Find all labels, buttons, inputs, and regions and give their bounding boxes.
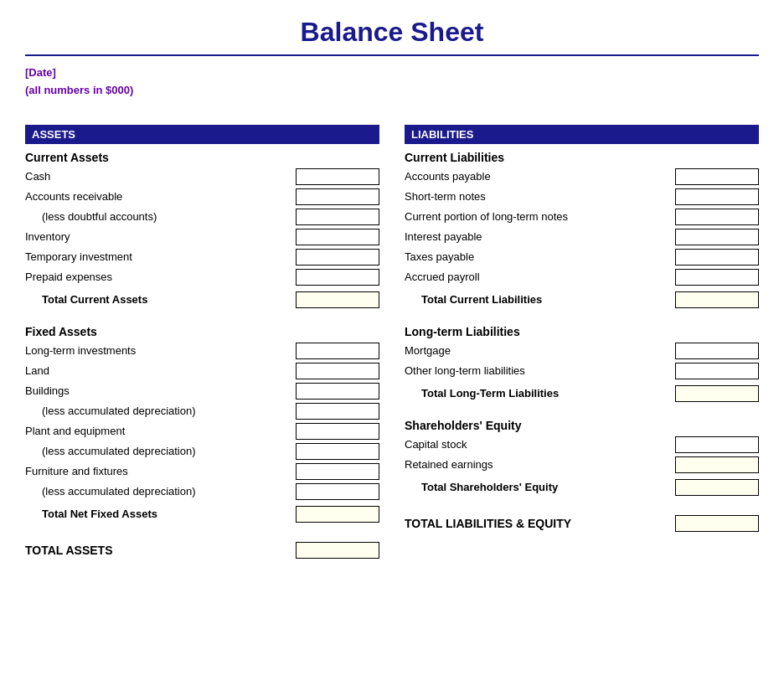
total-current-assets-label: Total Current Assets [25, 293, 296, 306]
temporary-investment-input[interactable] [296, 249, 379, 266]
total-current-liabilities-input[interactable] [675, 291, 759, 308]
total-shareholders-equity-input[interactable] [675, 479, 759, 496]
list-item: Land [25, 362, 379, 380]
other-longterm-liabilities-input[interactable] [675, 363, 759, 379]
furniture-fixtures-label: Furniture and fixtures [25, 465, 296, 477]
retained-earnings-input[interactable] [675, 456, 759, 473]
less-doubtful-label: (less doubtful accounts) [25, 210, 296, 223]
liabilities-header: LIABILITIES [405, 125, 759, 144]
less-accum-dep-buildings-label: (less accumulated depreciation) [25, 405, 296, 417]
list-item: Furniture and fixtures [25, 462, 379, 481]
list-item: Accounts payable [405, 168, 759, 186]
liabilities-column: LIABILITIES Current Liabilities Accounts… [405, 125, 759, 561]
total-longterm-liabilities-label: Total Long-Term Liabilities [405, 387, 675, 400]
total-shareholders-equity-label: Total Shareholders' Equity [405, 481, 675, 493]
list-item: Interest payable [405, 228, 759, 246]
total-net-fixed-assets-input[interactable] [296, 506, 379, 523]
accounts-receivable-input[interactable] [296, 188, 379, 205]
total-longterm-liabilities-input[interactable] [675, 385, 759, 402]
taxes-payable-label: Taxes payable [405, 250, 675, 263]
list-item: Mortgage [405, 342, 759, 360]
total-liabilities-equity-row: TOTAL LIABILITIES & EQUITY [405, 513, 759, 534]
total-assets-row: TOTAL ASSETS [25, 539, 379, 561]
date-line1: [Date] [25, 64, 759, 82]
total-current-liabilities-label: Total Current Liabilities [405, 293, 675, 306]
buildings-input[interactable] [296, 383, 379, 400]
list-item: Taxes payable [405, 248, 759, 266]
total-assets-input[interactable] [296, 542, 379, 559]
list-item: Buildings [25, 382, 379, 400]
list-item: (less accumulated depreciation) [25, 402, 379, 420]
accounts-payable-input[interactable] [675, 168, 759, 185]
total-current-assets-input[interactable] [296, 291, 379, 308]
longterm-investments-input[interactable] [296, 343, 379, 359]
short-term-notes-label: Short-term notes [405, 190, 675, 203]
accrued-payroll-input[interactable] [675, 269, 759, 286]
accounts-receivable-label: Accounts receivable [25, 190, 296, 203]
capital-stock-input[interactable] [675, 436, 759, 453]
taxes-payable-input[interactable] [675, 249, 759, 266]
list-item: Capital stock [405, 436, 759, 454]
list-item: Plant and equipment [25, 422, 379, 441]
interest-payable-input[interactable] [675, 229, 759, 245]
cash-input[interactable] [296, 168, 379, 185]
less-doubtful-input[interactable] [296, 209, 379, 225]
current-liabilities-title: Current Liabilities [405, 151, 759, 164]
land-label: Land [25, 364, 296, 377]
total-current-assets-row: Total Current Assets [25, 290, 379, 310]
accounts-payable-label: Accounts payable [405, 170, 675, 183]
plant-equipment-label: Plant and equipment [25, 425, 296, 437]
less-accum-dep-furniture-label: (less accumulated depreciation) [25, 485, 296, 498]
capital-stock-label: Capital stock [405, 438, 675, 451]
list-item: Long-term investments [25, 342, 379, 360]
list-item: Prepaid expenses [25, 268, 379, 286]
fixed-assets-title: Fixed Assets [25, 325, 379, 338]
furniture-fixtures-input[interactable] [296, 463, 379, 480]
page-title: Balance Sheet [25, 17, 759, 56]
other-longterm-liabilities-label: Other long-term liabilities [405, 364, 675, 377]
assets-header: ASSETS [25, 125, 379, 144]
interest-payable-label: Interest payable [405, 230, 675, 243]
longterm-investments-label: Long-term investments [25, 344, 296, 357]
current-assets-title: Current Assets [25, 151, 379, 164]
list-item: Inventory [25, 228, 379, 246]
list-item: (less doubtful accounts) [25, 208, 379, 226]
less-accum-dep-buildings-input[interactable] [296, 403, 379, 420]
mortgage-input[interactable] [675, 343, 759, 359]
inventory-input[interactable] [296, 229, 379, 245]
date-info: [Date] (all numbers in $000) [25, 64, 759, 100]
list-item: (less accumulated depreciation) [25, 442, 379, 461]
short-term-notes-input[interactable] [675, 188, 759, 205]
current-portion-longterm-input[interactable] [675, 209, 759, 225]
inventory-label: Inventory [25, 230, 296, 243]
cash-label: Cash [25, 170, 296, 183]
list-item: Short-term notes [405, 188, 759, 206]
longterm-liabilities-title: Long-term Liabilities [405, 325, 759, 338]
assets-column: ASSETS Current Assets Cash Accounts rece… [25, 125, 379, 561]
total-net-fixed-assets-label: Total Net Fixed Assets [25, 508, 296, 520]
plant-equipment-input[interactable] [296, 423, 379, 440]
shareholders-equity-title: Shareholders' Equity [405, 419, 759, 432]
total-assets-label: TOTAL ASSETS [25, 544, 296, 557]
prepaid-expenses-input[interactable] [296, 269, 379, 286]
list-item: Current portion of long-term notes [405, 208, 759, 226]
list-item: Temporary investment [25, 248, 379, 266]
list-item: Accrued payroll [405, 268, 759, 286]
less-accum-dep-furniture-input[interactable] [296, 483, 379, 500]
land-input[interactable] [296, 363, 379, 379]
total-liabilities-equity-label: TOTAL LIABILITIES & EQUITY [405, 517, 675, 530]
list-item: Retained earnings [405, 456, 759, 474]
accrued-payroll-label: Accrued payroll [405, 271, 675, 283]
list-item: Other long-term liabilities [405, 362, 759, 380]
list-item: (less accumulated depreciation) [25, 482, 379, 501]
less-accum-dep-plant-input[interactable] [296, 443, 379, 460]
buildings-label: Buildings [25, 384, 296, 397]
list-item: Cash [25, 168, 379, 186]
total-current-liabilities-row: Total Current Liabilities [405, 290, 759, 310]
total-liabilities-equity-input[interactable] [675, 515, 759, 532]
less-accum-dep-plant-label: (less accumulated depreciation) [25, 445, 296, 457]
prepaid-expenses-label: Prepaid expenses [25, 271, 296, 283]
total-net-fixed-assets-row: Total Net Fixed Assets [25, 504, 379, 524]
current-portion-longterm-label: Current portion of long-term notes [405, 210, 675, 223]
retained-earnings-label: Retained earnings [405, 458, 675, 471]
